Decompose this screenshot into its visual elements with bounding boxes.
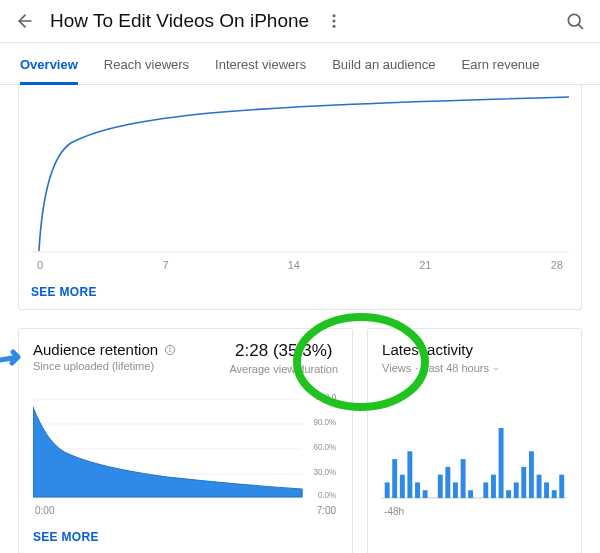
search-icon[interactable] bbox=[564, 10, 586, 32]
overview-x-tick: 0 bbox=[37, 259, 43, 271]
tabs-row: Overview Reach viewers Interest viewers … bbox=[0, 43, 600, 85]
svg-rect-36 bbox=[537, 475, 542, 498]
ret-y-tick: 90.0% bbox=[313, 417, 336, 428]
ret-y-tick: 30.0% bbox=[313, 467, 336, 478]
tab-build-audience[interactable]: Build an audience bbox=[332, 57, 435, 84]
back-arrow-icon[interactable] bbox=[14, 10, 36, 32]
svg-rect-37 bbox=[544, 482, 549, 498]
overview-x-tick: 21 bbox=[419, 259, 431, 271]
latest-x-tick-start: -48h bbox=[384, 506, 404, 517]
avg-view-duration-value: 2:28 (35.3%) bbox=[229, 341, 338, 361]
svg-rect-21 bbox=[423, 490, 428, 498]
overview-x-tick: 14 bbox=[288, 259, 300, 271]
latest-sub-prefix: Views bbox=[382, 362, 411, 374]
svg-rect-29 bbox=[483, 482, 488, 498]
svg-rect-26 bbox=[461, 459, 466, 498]
info-icon[interactable] bbox=[164, 344, 176, 356]
svg-point-2 bbox=[333, 20, 336, 23]
ret-x-tick-end: 7:00 bbox=[317, 505, 336, 516]
latest-activity-card: Latest activity Views · Last 48 hours -4… bbox=[367, 328, 582, 553]
tab-overview[interactable]: Overview bbox=[20, 57, 78, 85]
tab-interest-viewers[interactable]: Interest viewers bbox=[215, 57, 306, 84]
tab-reach-viewers[interactable]: Reach viewers bbox=[104, 57, 189, 84]
overview-x-tick: 28 bbox=[551, 259, 563, 271]
page-title: How To Edit Videos On iPhone bbox=[50, 10, 309, 32]
overview-line-chart bbox=[31, 93, 569, 253]
ret-y-tick: 0.0% bbox=[318, 490, 337, 499]
svg-rect-32 bbox=[506, 490, 511, 498]
svg-point-1 bbox=[333, 14, 336, 17]
svg-point-8 bbox=[170, 347, 171, 348]
overview-chart-card: 0 7 14 21 28 SEE MORE bbox=[18, 85, 582, 310]
svg-point-3 bbox=[333, 25, 336, 28]
svg-rect-31 bbox=[499, 428, 504, 498]
retention-title: Audience retention bbox=[33, 341, 158, 358]
svg-rect-27 bbox=[468, 490, 473, 498]
latest-bar-chart bbox=[382, 410, 567, 500]
ret-y-tick: 120.0 bbox=[316, 392, 336, 403]
tab-earn-revenue[interactable]: Earn revenue bbox=[462, 57, 540, 84]
svg-rect-33 bbox=[514, 482, 519, 498]
more-vert-icon[interactable] bbox=[323, 10, 345, 32]
svg-line-5 bbox=[579, 25, 583, 29]
svg-rect-16 bbox=[385, 482, 390, 498]
svg-rect-30 bbox=[491, 475, 496, 498]
svg-rect-23 bbox=[438, 475, 443, 498]
svg-rect-17 bbox=[392, 459, 397, 498]
svg-rect-19 bbox=[407, 451, 412, 498]
ret-x-tick-start: 0:00 bbox=[35, 505, 54, 516]
svg-rect-20 bbox=[415, 482, 420, 498]
see-more-link[interactable]: SEE MORE bbox=[33, 530, 338, 544]
svg-rect-25 bbox=[453, 482, 458, 498]
retention-subtitle: Since uploaded (lifetime) bbox=[33, 360, 176, 372]
ret-y-tick: 60.0% bbox=[313, 442, 336, 453]
svg-rect-24 bbox=[445, 467, 450, 498]
svg-rect-34 bbox=[521, 467, 526, 498]
svg-rect-18 bbox=[400, 475, 405, 498]
latest-range-dropdown[interactable]: Last 48 hours bbox=[422, 362, 500, 374]
overview-x-tick: 7 bbox=[162, 259, 168, 271]
svg-rect-38 bbox=[552, 490, 557, 498]
avg-view-duration-label: Average view duration bbox=[229, 363, 338, 375]
audience-retention-card: Audience retention Since uploaded (lifet… bbox=[18, 328, 353, 553]
svg-rect-35 bbox=[529, 451, 534, 498]
see-more-link[interactable]: SEE MORE bbox=[31, 285, 569, 299]
svg-rect-39 bbox=[559, 475, 564, 498]
svg-point-4 bbox=[568, 14, 580, 26]
chevron-down-icon bbox=[492, 365, 500, 373]
latest-title: Latest activity bbox=[382, 341, 567, 358]
retention-area-chart: 120.0 90.0% 60.0% 30.0% 0.0% bbox=[33, 389, 338, 499]
overview-x-ticks: 0 7 14 21 28 bbox=[31, 257, 569, 271]
